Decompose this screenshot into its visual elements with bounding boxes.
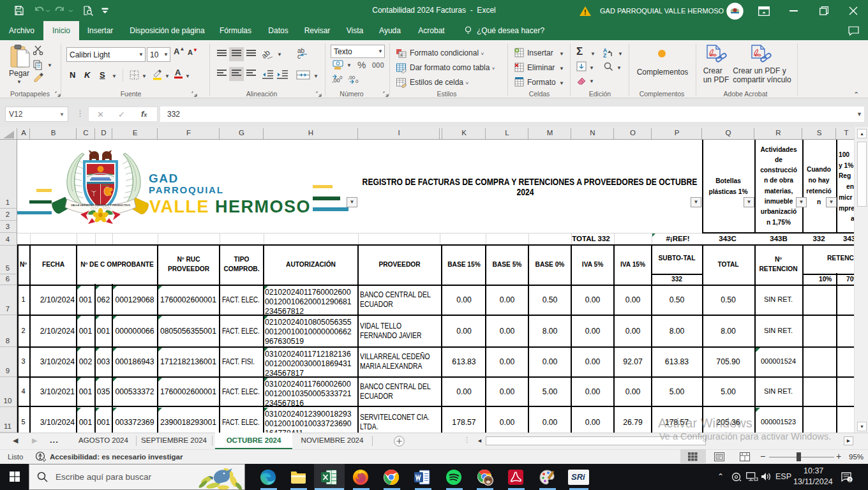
svg-text:c: c (297, 53, 301, 60)
svg-text:Z: Z (603, 52, 606, 58)
svg-text:VALLE HERMOSO TURÍSTICO Y PROD: VALLE HERMOSO TURÍSTICO Y PRODUCTIVO (71, 204, 131, 207)
svg-text:2: 2 (848, 477, 851, 483)
svg-text:0: 0 (340, 75, 343, 80)
svg-text:0: 0 (355, 78, 359, 84)
svg-text:≠: ≠ (400, 53, 403, 57)
svg-text:,00: ,00 (332, 77, 340, 84)
svg-text:,00: ,00 (348, 75, 355, 80)
